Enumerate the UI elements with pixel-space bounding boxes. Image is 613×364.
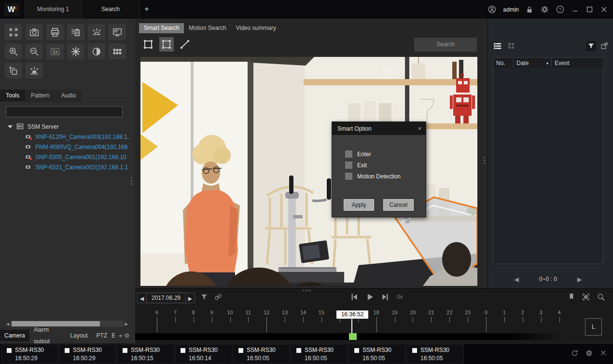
timeline-ruler[interactable]: 6 7 8 9 10 11 xyxy=(135,308,613,342)
tab-smart-search[interactable]: Smart Search xyxy=(139,23,184,33)
bottom-camera-cell[interactable]: SSM-RS30 16:50:29 xyxy=(59,344,116,364)
delete-button[interactable] xyxy=(67,24,84,40)
bookmark-icon[interactable] xyxy=(568,293,575,300)
column-no[interactable]: No. xyxy=(493,58,514,68)
camera-tree-item[interactable]: SNP-6321_Camera002(192.168.1.1 xyxy=(0,162,135,172)
page-next-arrow[interactable]: ▶ xyxy=(577,276,582,283)
timeline-splitter-handle[interactable] xyxy=(303,290,310,291)
tab-ptz[interactable]: PTZ xyxy=(92,330,112,341)
lock-icon[interactable] xyxy=(525,5,534,14)
horizontal-scrollbar[interactable]: ◀ ▶ xyxy=(5,320,129,327)
alarm-output-button[interactable] xyxy=(26,63,43,79)
layout-button[interactable] xyxy=(109,43,126,59)
checkbox[interactable] xyxy=(345,162,352,169)
tab-truncated[interactable]: E xyxy=(111,330,116,341)
page-prev-arrow[interactable]: ◀ xyxy=(514,276,519,283)
maximize-icon[interactable] xyxy=(585,5,594,13)
thumbnail-view-icon[interactable] xyxy=(507,41,515,50)
dialog-close-button[interactable]: × xyxy=(418,125,421,132)
bottom-camera-cell[interactable]: SSM-RS30 16:50:15 xyxy=(117,344,174,364)
bottom-camera-cell[interactable]: SSM-RS30 16:50:05 xyxy=(348,344,406,364)
close-icon[interactable] xyxy=(600,5,608,13)
scrollbar-track[interactable] xyxy=(11,321,124,327)
scroll-left-arrow[interactable]: ◀ xyxy=(5,322,11,326)
panel-splitter-handle[interactable] xyxy=(131,177,133,185)
alarm-reset-button[interactable] xyxy=(88,24,105,40)
tab-video-summary[interactable]: Video summary xyxy=(231,23,281,33)
step-forward-icon[interactable] xyxy=(381,292,390,302)
close-icon[interactable] xyxy=(599,349,607,357)
camera-icon xyxy=(25,163,32,171)
video-frame[interactable] xyxy=(140,57,477,286)
instant-viewer-button[interactable] xyxy=(5,63,22,79)
checkbox[interactable] xyxy=(345,150,352,158)
option-row[interactable]: Exit xyxy=(332,160,426,171)
tree-expand-caret[interactable] xyxy=(8,125,13,128)
scroll-right-arrow[interactable]: ▶ xyxy=(124,322,129,326)
link-icon[interactable] xyxy=(214,293,223,301)
bottom-camera-cell[interactable]: SSM-RS30 16:50:05 xyxy=(406,344,464,364)
option-row[interactable]: Motion Detection xyxy=(332,171,426,182)
contrast-button[interactable] xyxy=(88,43,105,59)
filter-icon[interactable] xyxy=(586,41,596,51)
tree-server-row[interactable]: SSM Server xyxy=(0,121,135,132)
timeline-zoom-icon[interactable] xyxy=(597,293,605,301)
help-icon[interactable] xyxy=(556,5,565,14)
osd-button[interactable] xyxy=(109,24,126,40)
snapshot-button[interactable] xyxy=(26,24,43,40)
frame-export-icon[interactable] xyxy=(582,293,590,301)
tab-camera[interactable]: Camera xyxy=(0,330,29,341)
brightness-button[interactable] xyxy=(67,43,84,59)
checkbox[interactable] xyxy=(345,173,352,180)
tab-pattern[interactable]: Pattern xyxy=(25,90,56,101)
column-date[interactable]: Date▲ xyxy=(514,58,552,68)
fullscreen-button[interactable] xyxy=(5,24,22,40)
filter-icon[interactable] xyxy=(200,293,209,301)
play-icon[interactable] xyxy=(365,292,375,302)
prev-day-button[interactable]: ◀ xyxy=(137,293,147,303)
panel-splitter-handle[interactable] xyxy=(484,157,486,164)
export-icon[interactable] xyxy=(600,41,609,50)
minimize-icon[interactable] xyxy=(571,5,579,13)
bottom-camera-cell[interactable]: SSM-RS30 16:50:14 xyxy=(175,344,232,364)
area-tool-button[interactable] xyxy=(141,37,155,52)
tab-tools[interactable]: Tools xyxy=(0,90,25,101)
bottom-camera-cell[interactable]: SSM-RS30 16:50:05 xyxy=(233,344,290,364)
search-button[interactable]: Search xyxy=(414,38,477,52)
playhead-marker[interactable] xyxy=(349,333,357,340)
bottom-camera-cell[interactable]: SSM-RS30 16:50:05 xyxy=(291,344,348,364)
refresh-icon[interactable] xyxy=(571,349,579,357)
bottom-camera-cell[interactable]: SSM-RS30 16:50:29 xyxy=(1,344,58,364)
zoom-1x-button[interactable] xyxy=(46,43,64,59)
zoom-out-button[interactable] xyxy=(26,43,43,59)
camera-tree-item[interactable]: PNM-9080VQ_Camera004(192.168 xyxy=(0,142,135,152)
tab-monitoring[interactable]: Monitoring 1 xyxy=(25,0,82,19)
tab-layout[interactable]: Layout xyxy=(66,330,92,341)
tab-search[interactable]: Search xyxy=(81,0,140,19)
new-tab-button[interactable]: + xyxy=(140,0,153,19)
date-display[interactable]: 2017.06.29 xyxy=(147,293,185,303)
print-button[interactable] xyxy=(46,24,64,40)
settings-icon[interactable] xyxy=(585,349,593,357)
live-button[interactable]: L xyxy=(585,318,602,336)
apply-button[interactable]: Apply xyxy=(344,199,374,211)
exclude-area-tool-button[interactable] xyxy=(159,37,174,52)
tab-motion-search[interactable]: Motion Search xyxy=(184,23,231,33)
device-search-input[interactable] xyxy=(6,106,123,117)
next-day-button[interactable]: ▶ xyxy=(185,293,195,303)
camera-tree-item[interactable]: SNP-5300_Camera001(192.168.10 xyxy=(0,152,135,162)
camera-tree-item[interactable]: XNP-6120H_Camera003(192.168.1.. xyxy=(0,132,135,142)
column-event[interactable]: Event xyxy=(552,58,604,68)
tab-audio[interactable]: Audio xyxy=(56,90,82,101)
step-back-icon[interactable] xyxy=(349,292,359,302)
event-table-body[interactable] xyxy=(493,68,603,264)
option-row[interactable]: Enter xyxy=(332,148,426,160)
tabs-scroll-left-arrow[interactable]: ◀ xyxy=(118,333,122,338)
zoom-in-button[interactable] xyxy=(5,43,22,59)
list-view-icon[interactable] xyxy=(493,41,502,51)
panel-settings-icon[interactable] xyxy=(124,332,130,339)
line-tool-button[interactable] xyxy=(178,37,192,52)
cancel-button[interactable]: Cancel xyxy=(383,199,414,211)
dialog-title-bar[interactable]: Smart Option × xyxy=(332,122,426,135)
gear-icon[interactable] xyxy=(540,5,549,14)
